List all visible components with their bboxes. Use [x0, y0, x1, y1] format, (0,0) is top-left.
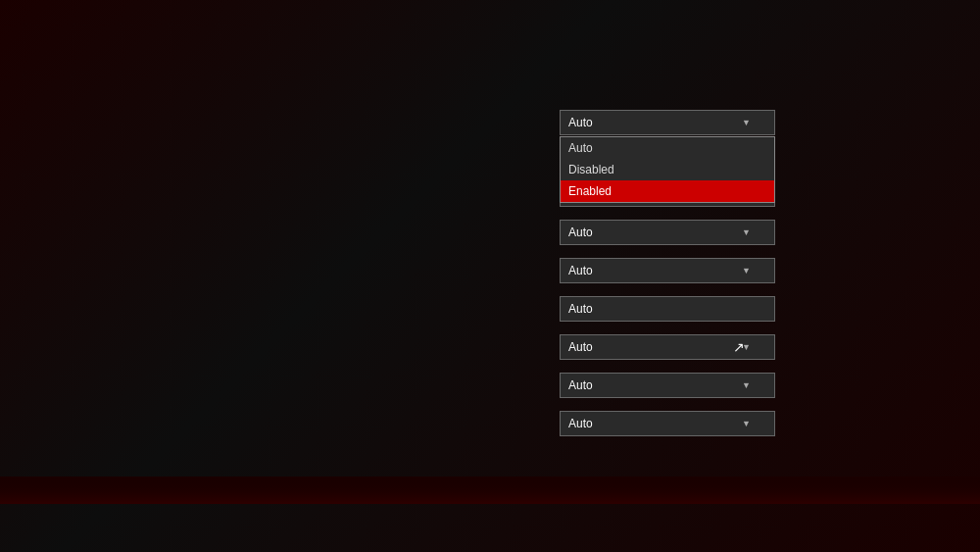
main-container: ROG 01/16/2022 Sunday 01:14 ⚙ UEFI BIOS … [0, 0, 980, 552]
dropdown-arrow-8: ▼ [742, 419, 751, 428]
dropdown-arrow-7: ▼ [742, 380, 751, 390]
option-enabled[interactable]: Enabled [561, 180, 774, 202]
setting-value-unlock-bclk[interactable]: Auto ▼ Auto Disabled Enabled [560, 110, 775, 135]
setting-value-bclk-spread[interactable]: Auto ▼ [560, 258, 775, 283]
dropdown-pcie-spread[interactable]: Auto ▼ [560, 411, 775, 436]
setting-value-bclk-slew[interactable]: Auto ▼ [560, 220, 775, 245]
dropdown-arrow: ▼ [742, 118, 751, 127]
setting-value-initial-pcie[interactable]: Auto [560, 296, 775, 322]
dropdown-options-unlock-bclk: Auto Disabled Enabled [560, 136, 775, 203]
dropdown-arrow-4: ▼ [742, 266, 751, 276]
background [0, 0, 980, 552]
option-disabled[interactable]: Disabled [561, 159, 774, 180]
dropdown-unlock-bclk[interactable]: Auto ▼ [560, 110, 775, 135]
dropdown-pcie-slew[interactable]: Auto ▼ [560, 373, 775, 398]
dropdown-bclk-spread[interactable]: Auto ▼ [560, 258, 775, 283]
setting-value-pcie-slew[interactable]: Auto ▼ [560, 373, 775, 398]
dropdown-initial-pcie[interactable]: Auto [560, 296, 775, 322]
bottom-deco [0, 477, 980, 504]
option-auto[interactable]: Auto [561, 137, 774, 159]
dropdown-bclk-slew[interactable]: Auto ▼ [560, 220, 775, 245]
setting-value-pcie-amplitude[interactable]: Auto ▼ ↗ [560, 334, 775, 360]
dropdown-pcie-amplitude[interactable]: Auto ▼ ↗ [560, 334, 775, 360]
dropdown-arrow-3: ▼ [742, 227, 751, 237]
setting-value-pcie-spread[interactable]: Auto ▼ [560, 411, 775, 436]
